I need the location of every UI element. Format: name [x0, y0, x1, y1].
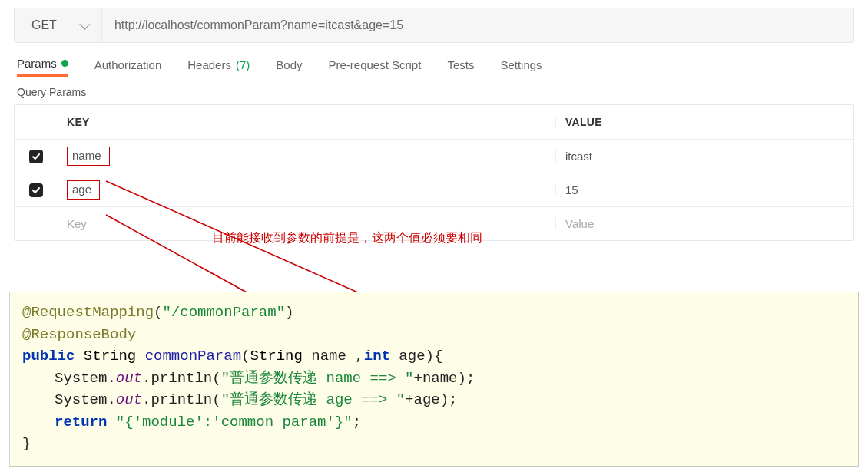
code-annotation: @ResponseBody — [22, 326, 136, 343]
param-value-input[interactable]: 15 — [555, 183, 853, 196]
param-key-age: age — [67, 180, 100, 200]
param-value-name: itcast — [565, 150, 592, 163]
http-method-select[interactable]: GET — [15, 8, 102, 42]
tab-params[interactable]: Params — [17, 57, 68, 77]
chevron-down-icon — [79, 19, 90, 30]
check-icon — [31, 186, 41, 195]
param2-name: age — [399, 348, 425, 364]
param1-type: String — [250, 348, 302, 364]
table-header-row: KEY VALUE — [15, 105, 853, 139]
tok-system: System — [55, 391, 107, 408]
ret-type: String — [84, 348, 136, 364]
request-tabs: Params Authorization Headers (7) Body Pr… — [0, 43, 868, 77]
table-row: name itcast — [15, 139, 853, 173]
tab-headers[interactable]: Headers (7) — [187, 58, 250, 76]
param-key-name: name — [67, 147, 110, 166]
table-row: age 15 — [15, 173, 853, 206]
str-lit-2: "普通参数传递 age ==> " — [221, 391, 405, 408]
query-params-title: Query Params — [0, 77, 868, 104]
tab-authorization[interactable]: Authorization — [94, 58, 162, 76]
param-value-placeholder[interactable]: Value — [555, 217, 853, 230]
tab-headers-label: Headers — [187, 58, 231, 71]
row-checkbox[interactable] — [29, 150, 43, 163]
param2-type: int — [364, 348, 390, 364]
url-input[interactable]: http://localhost/commonParam?name=itcast… — [102, 8, 853, 42]
code-annotation: @RequestMapping — [22, 304, 154, 321]
request-bar: GET http://localhost/commonParam?name=it… — [14, 8, 854, 43]
col-header-key: KEY — [58, 116, 555, 128]
return-val: "{'module':'common param'}" — [116, 414, 353, 430]
url-text: http://localhost/commonParam?name=itcast… — [114, 18, 403, 32]
tab-headers-count: (7) — [236, 58, 250, 71]
col-header-value: VALUE — [555, 116, 853, 128]
tok-println: println — [151, 370, 212, 387]
status-dot-icon — [61, 60, 68, 67]
tok-out: out — [116, 370, 142, 387]
str-lit-1: "普通参数传递 name ==> " — [221, 370, 414, 387]
code-block: @RequestMapping("/commonParam") @Respons… — [9, 292, 859, 467]
http-method-label: GET — [31, 18, 57, 32]
kw-public: public — [22, 348, 75, 364]
tab-prerequest[interactable]: Pre-request Script — [329, 58, 422, 76]
tok-out: out — [116, 391, 142, 408]
param-key-input[interactable]: name — [58, 147, 555, 166]
tok-system: System — [55, 370, 107, 387]
row-checkbox[interactable] — [29, 183, 43, 197]
kw-return: return — [55, 414, 107, 430]
tab-params-label: Params — [17, 57, 57, 70]
annotation-text: 目前能接收到参数的前提是，这两个值必须要相同 — [212, 230, 482, 246]
code-anno1-arg: "/commonParam" — [162, 304, 285, 321]
param1-name: name — [311, 348, 346, 364]
check-icon — [31, 152, 41, 161]
tok-println: println — [151, 391, 212, 408]
param-value-age: 15 — [565, 183, 578, 196]
plus-age: +age — [405, 391, 440, 408]
param-key-placeholder[interactable]: Key — [58, 217, 555, 230]
plus-name: +name — [414, 370, 458, 387]
query-params-table: KEY VALUE name itcast age 15 Key — [14, 104, 854, 241]
method-name: commonParam — [145, 348, 241, 364]
tab-tests[interactable]: Tests — [447, 58, 474, 76]
tab-settings[interactable]: Settings — [500, 58, 542, 76]
param-value-input[interactable]: itcast — [555, 150, 853, 163]
param-key-input[interactable]: age — [58, 180, 555, 200]
tab-body[interactable]: Body — [276, 58, 302, 76]
